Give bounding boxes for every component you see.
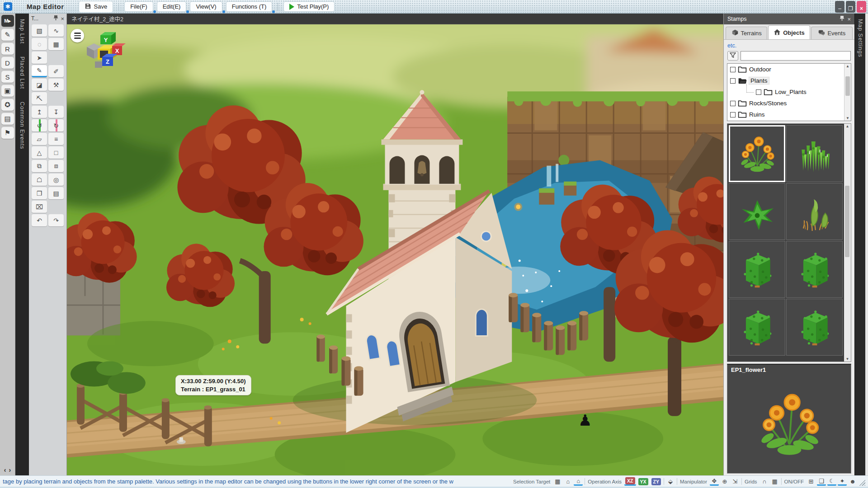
tool-tile-select-icon[interactable]: ▦ (48, 38, 64, 50)
checkbox[interactable] (730, 78, 736, 84)
maximize-button[interactable]: ❐ (846, 1, 855, 13)
tool-undo-icon[interactable]: ↶ (32, 214, 47, 226)
pin-icon[interactable] (53, 15, 58, 22)
map-edit-icon[interactable]: ✎ (1, 29, 14, 41)
sidebar-tab-common-events[interactable]: Common Events (19, 102, 25, 149)
menu-view[interactable]: View(V) (190, 1, 222, 12)
toggle-lighting-icon[interactable]: ☾ (827, 477, 836, 486)
select-grid-icon[interactable]: ▦ (553, 477, 562, 486)
sidebar-tab-placed-list[interactable]: Placed List (19, 56, 25, 89)
viewport-menu-button[interactable] (71, 29, 84, 42)
toggle-characters-icon[interactable]: ☻ (848, 477, 857, 486)
tool-hammer-icon[interactable]: ⚒ (48, 79, 64, 91)
images-icon[interactable]: ▤ (1, 113, 14, 125)
stamp-cell-bush[interactable] (729, 299, 785, 356)
tool-copy-filled-icon[interactable]: ⧈ (48, 160, 64, 172)
filter-button[interactable] (727, 51, 738, 61)
tool-marquee-select-icon[interactable]: ▧ (32, 24, 47, 37)
scroll-up-icon[interactable]: ▲ (844, 64, 851, 68)
coord-space-icon[interactable]: ⬙ (666, 477, 675, 486)
map-tab[interactable]: ネイテイ村_2_途中2 (71, 14, 123, 23)
grid-snap-icon[interactable]: ∩ (760, 477, 769, 486)
axis-zy-button[interactable]: ZY (651, 477, 662, 486)
stamps-panel-close-icon[interactable]: × (847, 16, 851, 23)
sidebar-tab-map-list[interactable]: Map List (19, 19, 25, 44)
map-viewport[interactable]: ♟ Y X Z X:33. (67, 24, 723, 475)
tool-pencil-icon[interactable]: ✎ (32, 65, 47, 77)
tool-delete-icon[interactable]: ⌧ (32, 201, 47, 213)
pin-icon[interactable] (840, 15, 844, 23)
tab-terrains[interactable]: Terrains (726, 27, 767, 39)
tool-target-icon[interactable]: ◎ (48, 174, 64, 186)
checkbox[interactable] (730, 101, 736, 106)
tool-object-select-icon[interactable]: ➤ (32, 52, 47, 64)
inspector-icon[interactable]: ✪ (1, 99, 14, 111)
tool-box-icon[interactable]: □ (48, 146, 64, 159)
test-run-icon[interactable]: ⚑ (1, 127, 14, 139)
menu-file[interactable]: File(F) (124, 1, 153, 12)
sidebar-tab-map-settings[interactable]: Map Settings (857, 19, 863, 57)
resources-icon[interactable]: R (1, 43, 14, 55)
tab-objects[interactable]: Objects (768, 25, 810, 39)
axis-gizmo[interactable]: Y X Z (84, 30, 126, 73)
scroll-down-icon[interactable]: ▼ (844, 357, 851, 361)
tool-slope-icon[interactable]: ▱ (32, 133, 47, 145)
checkbox[interactable] (756, 89, 761, 95)
tree-item-ruins[interactable]: Ruins (727, 109, 851, 120)
axis-yx-button[interactable]: YX (637, 477, 649, 486)
tree-item-plants[interactable]: Plants (727, 75, 851, 86)
manip-rotate-icon[interactable]: ⊕ (720, 477, 729, 486)
save-button[interactable]: Save (79, 1, 113, 13)
manip-scale-icon[interactable]: ⇲ (731, 477, 740, 486)
tool-lower-icon[interactable]: ↧ (48, 106, 64, 118)
close-button[interactable]: × (857, 1, 866, 13)
stamp-cell-leafy[interactable] (729, 183, 785, 240)
tool-rotate-cw-icon[interactable]: ↻ (48, 119, 64, 131)
strip-prev-button[interactable]: ‹ (4, 466, 6, 474)
toggle-effects-icon[interactable]: ✦ (838, 477, 847, 486)
tool-freeform-select-icon[interactable]: ∿ (48, 24, 64, 37)
strip-next-button[interactable]: › (9, 466, 11, 474)
grid-scrollbar[interactable]: ▲ ▼ (844, 124, 851, 361)
tool-panel-close-icon[interactable]: × (61, 15, 64, 22)
menu-functions[interactable]: Functions (T) (226, 1, 273, 12)
tool-ramp-icon[interactable]: △ (32, 146, 47, 159)
tree-item-outdoor[interactable]: Outdoor (727, 64, 851, 75)
tool-shovel-icon[interactable]: ⛏ (32, 92, 47, 104)
tree-scrollbar[interactable]: ▲ ▼ (844, 64, 851, 121)
minimize-button[interactable]: – (835, 1, 844, 13)
stamp-search-input[interactable] (741, 51, 851, 61)
checkbox[interactable] (730, 67, 736, 72)
tool-scatter-icon[interactable]: ☖ (32, 174, 47, 186)
display-icon[interactable]: ▣ (1, 85, 14, 97)
stamp-cell-tallgrass[interactable] (786, 125, 843, 182)
manip-move-icon[interactable]: ✥ (710, 477, 719, 486)
scrollbar-thumb[interactable] (845, 76, 850, 96)
scroll-down-icon[interactable]: ▼ (844, 116, 851, 120)
stamp-cell-bush[interactable] (786, 299, 843, 356)
etc-link[interactable]: etc. (727, 42, 736, 49)
axis-xz-button[interactable]: XZ (624, 477, 636, 486)
menu-edit[interactable]: Edit(E) (157, 1, 187, 12)
tool-duplicate-icon[interactable]: ❐ (32, 187, 47, 199)
database-icon[interactable]: D (1, 57, 14, 69)
stamp-cell-sprout[interactable] (786, 183, 843, 240)
script-icon[interactable]: S (1, 71, 14, 83)
tool-copy-icon[interactable]: ⧉ (32, 160, 47, 172)
tool-redo-icon[interactable]: ↷ (48, 214, 64, 226)
tool-paste-icon[interactable]: ▤ (48, 187, 64, 199)
app-launcher-icon[interactable]: M▸ (1, 15, 14, 27)
stamp-cell-bush[interactable] (786, 241, 843, 298)
tool-eraser-icon[interactable]: ◪ (32, 79, 47, 91)
scroll-up-icon[interactable]: ▲ (844, 124, 851, 128)
resize-grip[interactable] (859, 479, 865, 486)
toggle-panels-icon[interactable]: ⊞ (807, 477, 816, 486)
stamp-cell-bush[interactable] (729, 241, 785, 298)
tab-events[interactable]: Events (811, 27, 853, 39)
tree-item-rocks-stones[interactable]: Rocks/Stones (727, 98, 851, 109)
tool-flatten-icon[interactable]: ≡ (48, 133, 64, 145)
test-play-button[interactable]: Test Play(P) (283, 1, 335, 12)
grid-show-icon[interactable]: ▦ (770, 477, 779, 486)
toggle-terrain-icon[interactable]: ❑ (817, 477, 826, 486)
tool-lasso-select-icon[interactable]: ◌ (32, 38, 47, 50)
